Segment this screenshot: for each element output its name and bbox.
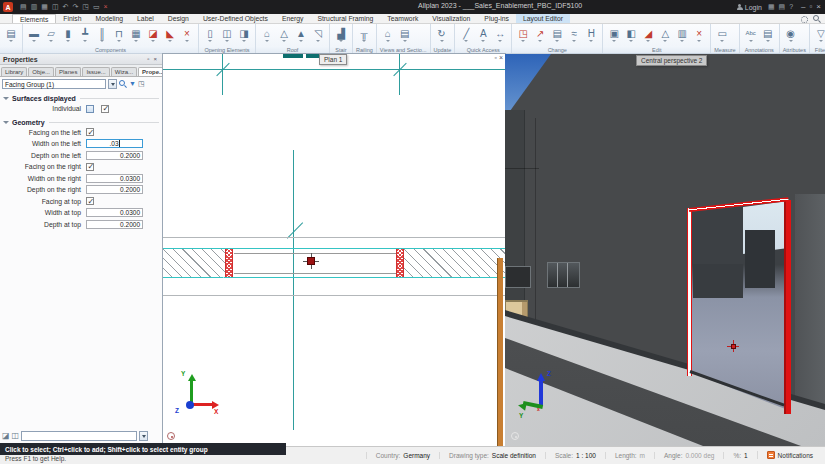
new-document-icon[interactable]: ▤ [20, 2, 27, 12]
menu-item-label[interactable]: Label [130, 14, 161, 23]
menu-item-user-defined-objects[interactable]: User-Defined Objects [196, 14, 275, 23]
login-button[interactable]: Login [737, 4, 762, 11]
duplicate-icon[interactable]: ▣ [606, 25, 622, 45]
double-wall-icon[interactable]: ║ [94, 25, 110, 45]
viewport-restore-button[interactable]: ▫ [494, 54, 496, 61]
selected-opening[interactable] [685, 200, 795, 416]
stair-icon[interactable]: ▟ [333, 25, 349, 45]
sketch-icon[interactable]: ◪ [145, 25, 161, 45]
section-surfaces-displayed[interactable]: Surfaces displayed [3, 95, 159, 102]
railing-icon[interactable]: ╥ [356, 25, 372, 45]
minimize-button[interactable]: – [799, 1, 807, 13]
element-selector[interactable]: Facing Group (1) [2, 79, 106, 89]
modify-height-icon[interactable]: H [583, 25, 599, 45]
selector-dropdown-button[interactable] [108, 79, 117, 89]
restore-button[interactable]: ▫ [807, 1, 814, 13]
text-icon[interactable]: A [475, 25, 491, 45]
viewport-3d-perspective[interactable]: Z Y x Central perspective 2 [505, 54, 825, 446]
menu-item-plug-ins[interactable]: Plug-ins [477, 14, 516, 23]
spline-icon[interactable]: ≈ [566, 25, 582, 45]
component-catalog-icon[interactable]: ▤ [3, 25, 19, 45]
viewport-2d-plan[interactable]: ▫ × Plan 1 [163, 54, 505, 446]
door-icon[interactable]: ▯ [202, 25, 218, 45]
roof-covering-icon[interactable]: ◹ [310, 25, 326, 45]
favorite-combo[interactable] [21, 431, 137, 441]
favorite-combo-dropdown[interactable] [139, 431, 148, 441]
menu-item-energy[interactable]: Energy [275, 14, 311, 23]
niche-icon[interactable]: ◨ [236, 25, 252, 45]
close-panel-icon[interactable]: × [151, 56, 159, 62]
modify-properties-icon[interactable]: ▤ [549, 25, 565, 45]
section-icon[interactable]: ▤ [397, 25, 413, 45]
roof-plane-icon[interactable]: △ [276, 25, 292, 45]
close-document-icon[interactable]: × [104, 2, 108, 12]
print-icon[interactable]: ◫ [52, 2, 59, 12]
wall-icon[interactable]: ▬ [26, 25, 42, 45]
rotate-icon[interactable]: △ [657, 25, 673, 45]
foundation-icon[interactable]: ┻ [77, 25, 93, 45]
input-width-on-the-right[interactable]: 0.0300 [86, 174, 143, 183]
copy-to-clipboard-icon[interactable]: ◳ [82, 2, 89, 12]
checkbox-facing-on-the-left[interactable] [86, 128, 94, 136]
section-geometry[interactable]: Geometry [3, 119, 159, 126]
legend-icon[interactable]: ▤ [760, 25, 776, 45]
tab-obje[interactable]: Obje... [28, 67, 54, 76]
input-depth-on-the-right[interactable]: 0.2000 [86, 185, 143, 194]
window-icon[interactable]: ◫ [219, 25, 235, 45]
tab-planes[interactable]: Planes [55, 67, 81, 76]
dormer-icon[interactable]: ▲ [293, 25, 309, 45]
filter-icon[interactable]: ▽ [813, 25, 825, 45]
assign-attributes-icon[interactable]: ◉ [783, 25, 799, 45]
settings-gear-icon[interactable] [801, 16, 808, 23]
checkbox-facing-at-top[interactable] [86, 197, 94, 205]
redo-icon[interactable]: ↷ [72, 2, 78, 12]
downstand-beam-icon[interactable]: ⊓ [111, 25, 127, 45]
menu-item-modeling[interactable]: Modeling [88, 14, 130, 23]
measure-icon[interactable]: ▭ [714, 25, 730, 45]
mesh-icon[interactable]: ▦ [128, 25, 144, 45]
viewport-close-button[interactable]: × [499, 54, 503, 61]
menu-item-visualization[interactable]: Visualization [425, 14, 477, 23]
modify-offset-icon[interactable]: ◳ [515, 25, 531, 45]
move-icon[interactable]: ◢ [640, 25, 656, 45]
checkbox-individual[interactable] [101, 105, 109, 113]
undo-icon[interactable]: ↶ [63, 2, 69, 12]
tab-library[interactable]: Library [1, 67, 27, 76]
column-icon[interactable]: ▮ [60, 25, 76, 45]
copy-sheet-icon[interactable]: ▥ [674, 25, 690, 45]
slab-icon[interactable]: ▱ [43, 25, 59, 45]
filter-icon[interactable]: ▼ [129, 80, 136, 88]
dimension-icon[interactable]: ↔ [492, 25, 508, 45]
detach-panel-icon[interactable]: ◳ [138, 80, 145, 88]
menu-item-layout-editor[interactable]: Layout Editor [516, 14, 570, 23]
search-icon[interactable] [813, 15, 821, 23]
input-depth-at-top[interactable]: 0.2000 [86, 220, 143, 229]
tab-wiza[interactable]: Wiza... [111, 67, 137, 76]
input-depth-on-the-left[interactable]: 0.2000 [86, 151, 143, 160]
individual-surface-icon[interactable] [86, 105, 94, 113]
open-document-icon[interactable]: ▥ [31, 2, 38, 12]
line-icon[interactable]: ╱ [458, 25, 474, 45]
menu-item-elements[interactable]: Elements [12, 14, 56, 23]
corner-join-icon[interactable]: ◣ [162, 25, 178, 45]
shop-icon[interactable]: ▤ [779, 2, 786, 12]
close-button[interactable]: × [814, 1, 823, 13]
delete-icon[interactable]: × [691, 25, 707, 45]
menu-item-finish[interactable]: Finish [56, 14, 88, 23]
label-text-icon[interactable]: Abc [743, 25, 759, 45]
input-width-on-the-left[interactable]: .03 [86, 139, 143, 148]
checkbox-facing-on-the-right[interactable] [86, 163, 94, 171]
view-icon[interactable]: ⌂ [380, 25, 396, 45]
save-icon[interactable]: ▦ [41, 2, 48, 12]
tab-issue[interactable]: Issue... [82, 67, 109, 76]
update-3d-icon[interactable]: ↻ [434, 25, 450, 45]
mirror-icon[interactable]: ◧ [623, 25, 639, 45]
input-width-at-top[interactable]: 0.0300 [86, 208, 143, 217]
remove-component-icon[interactable]: × [179, 25, 195, 45]
connect-panel-icon[interactable]: ▦ [768, 2, 775, 12]
notifications-icon[interactable] [767, 451, 775, 459]
select-search-icon[interactable] [119, 80, 127, 88]
transfer-favorite-icon[interactable]: ◫ [12, 431, 20, 441]
menu-item-teamwork[interactable]: Teamwork [380, 14, 425, 23]
roof-frame-icon[interactable]: ⌂ [259, 25, 275, 45]
